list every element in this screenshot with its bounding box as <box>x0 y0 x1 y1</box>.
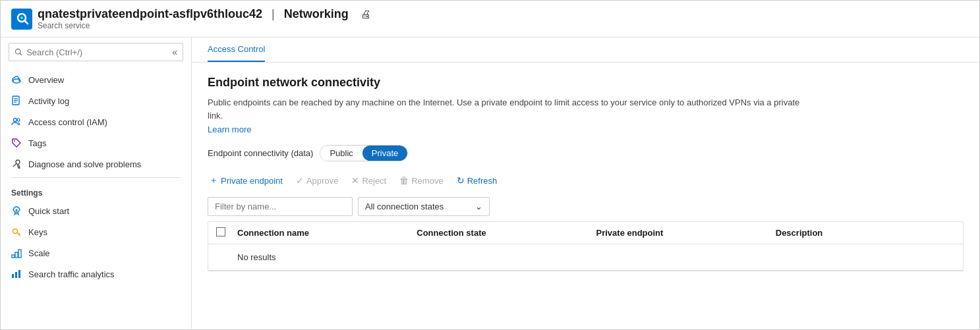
svg-point-3 <box>20 16 23 19</box>
sidebar-item-tags[interactable]: Tags <box>1 132 191 153</box>
sidebar-item-keys[interactable]: Keys <box>1 221 191 242</box>
add-private-endpoint-button[interactable]: ＋ Private endpoint <box>208 172 284 189</box>
key-icon <box>11 227 22 237</box>
approve-button[interactable]: ✓ Approve <box>295 173 339 188</box>
settings-label: Settings <box>1 180 191 200</box>
svg-point-16 <box>13 229 18 234</box>
sidebar-item-overview-label: Overview <box>28 75 64 85</box>
sidebar-item-search-traffic[interactable]: Search traffic analytics <box>1 263 191 285</box>
svg-point-13 <box>14 140 15 142</box>
header-separator: | <box>272 7 275 21</box>
sidebar-item-activity-log-label: Activity log <box>28 96 69 106</box>
sidebar-item-access-control-label: Access control (IAM) <box>28 117 107 127</box>
service-icon <box>11 9 32 30</box>
table-header: Connection name Connection state Private… <box>208 222 963 244</box>
select-all-checkbox[interactable] <box>216 227 225 236</box>
svg-line-5 <box>20 53 22 55</box>
sidebar-item-tags-label: Tags <box>28 138 46 148</box>
tag-icon <box>11 138 22 148</box>
connectivity-label: Endpoint connectivity (data) <box>208 148 313 158</box>
print-icon[interactable]: 🖨 <box>360 9 371 20</box>
sidebar: « Overview Activity log Access control <box>1 38 192 329</box>
no-results-row: No results <box>208 244 963 271</box>
remove-button[interactable]: 🗑 Remove <box>398 173 444 188</box>
svg-rect-24 <box>18 270 20 278</box>
toggle-private[interactable]: Private <box>362 146 407 161</box>
cloud-icon <box>11 74 22 85</box>
trash-icon: 🗑 <box>399 175 409 186</box>
main-content: Access Control Endpoint network connecti… <box>192 38 979 329</box>
sidebar-item-activity-log[interactable]: Activity log <box>1 90 191 111</box>
sidebar-item-scale-label: Scale <box>28 248 50 258</box>
settings-divider <box>11 177 181 178</box>
search-box[interactable]: « <box>9 43 183 61</box>
svg-point-11 <box>14 119 17 122</box>
toolbar: ＋ Private endpoint ✓ Approve ✕ Reject 🗑 … <box>208 172 964 189</box>
svg-point-15 <box>16 209 18 211</box>
connectivity-row: Endpoint connectivity (data) Public Priv… <box>208 145 964 161</box>
search-input[interactable] <box>26 47 168 57</box>
svg-rect-19 <box>12 255 14 258</box>
header-checkbox-cell <box>216 227 237 238</box>
chart-icon <box>11 269 22 279</box>
col-header-connection-state: Connection state <box>417 228 596 238</box>
section-description: Public endpoints can be reached by any m… <box>208 96 801 122</box>
refresh-button[interactable]: ↻ Refresh <box>455 173 499 188</box>
tab-bar: Access Control <box>192 38 979 63</box>
chevron-down-icon: ⌄ <box>475 202 482 211</box>
svg-line-14 <box>13 163 16 167</box>
svg-rect-22 <box>12 274 14 278</box>
toggle-public[interactable]: Public <box>320 146 362 161</box>
x-icon: ✕ <box>351 175 359 186</box>
wrench-icon <box>11 159 22 169</box>
search-icon <box>14 47 22 57</box>
sidebar-item-keys-label: Keys <box>28 227 47 237</box>
refresh-icon: ↻ <box>457 175 465 186</box>
header-subtitle: Search service <box>38 21 371 30</box>
reject-button[interactable]: ✕ Reject <box>350 173 388 188</box>
sidebar-item-diagnose-label: Diagnose and solve problems <box>28 159 141 169</box>
svg-rect-20 <box>15 252 18 258</box>
scale-icon <box>11 248 22 258</box>
rocket-icon <box>11 206 22 216</box>
checkmark-icon: ✓ <box>296 175 304 186</box>
col-header-connection-name: Connection name <box>237 228 417 238</box>
svg-point-12 <box>17 119 20 121</box>
sidebar-item-overview[interactable]: Overview <box>1 69 191 90</box>
collapse-button[interactable]: « <box>172 47 177 57</box>
doc-icon <box>11 96 22 106</box>
sidebar-item-scale[interactable]: Scale <box>1 242 191 263</box>
page-header: qnatestprivateendpoint-asflpv6thlouc42 |… <box>1 1 979 38</box>
page-title: Networking <box>284 7 349 21</box>
resource-name: qnatestprivateendpoint-asflpv6thlouc42 <box>38 7 262 21</box>
plus-icon: ＋ <box>209 175 218 186</box>
learn-more-link[interactable]: Learn more <box>208 124 251 134</box>
table: Connection name Connection state Private… <box>208 221 964 271</box>
svg-rect-23 <box>15 272 17 278</box>
sidebar-item-search-traffic-label: Search traffic analytics <box>28 269 115 279</box>
filter-row: All connection states ⌄ <box>208 197 964 216</box>
toggle-group: Public Private <box>320 145 408 161</box>
content-inner: Endpoint network connectivity Public end… <box>192 63 979 285</box>
svg-rect-21 <box>18 250 21 258</box>
col-header-description: Description <box>776 228 955 238</box>
header-title-group: qnatestprivateendpoint-asflpv6thlouc42 |… <box>38 7 371 30</box>
section-title: Endpoint network connectivity <box>208 76 964 90</box>
col-header-private-endpoint: Private endpoint <box>596 228 776 238</box>
sidebar-item-quick-start[interactable]: Quick start <box>1 200 191 221</box>
sidebar-item-access-control[interactable]: Access control (IAM) <box>1 111 191 132</box>
sidebar-item-diagnose[interactable]: Diagnose and solve problems <box>1 153 191 175</box>
sidebar-item-quick-start-label: Quick start <box>28 206 69 216</box>
tab-access-control[interactable]: Access Control <box>208 38 265 62</box>
people-icon <box>11 117 22 127</box>
connection-state-label: All connection states <box>365 202 444 211</box>
connection-state-dropdown[interactable]: All connection states ⌄ <box>358 197 490 216</box>
filter-input[interactable] <box>208 197 353 216</box>
